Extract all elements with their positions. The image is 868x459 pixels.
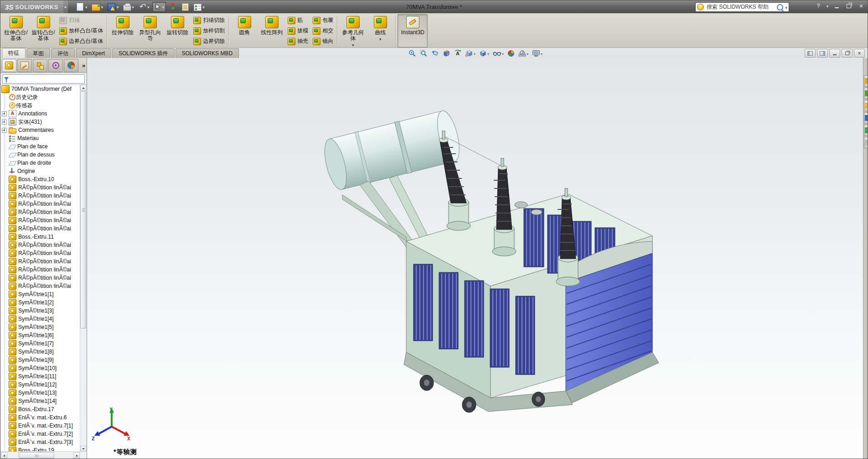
tree-item[interactable]: EnlÃ¨v. mat.-Extru.7[1]	[0, 422, 80, 430]
open-button[interactable]	[90, 2, 105, 12]
tree-item[interactable]: SymÃ©trie1[13]	[0, 389, 80, 397]
expand-toggle-icon[interactable]	[2, 128, 7, 133]
scrollbar-thumb[interactable]	[80, 91, 86, 329]
help-search-box[interactable]	[695, 2, 789, 12]
side-radiator-bank[interactable]	[566, 241, 659, 403]
tree-item[interactable]: SymÃ©trie1[8]	[0, 348, 80, 356]
edit-appearance-button[interactable]	[506, 49, 516, 57]
tree-filter-input[interactable]	[10, 76, 83, 82]
help-dropdown-icon[interactable]	[825, 2, 830, 10]
ribbon-small-button[interactable]: 扫描切除	[191, 15, 227, 26]
display-manager-tab[interactable]	[64, 59, 78, 72]
property-manager-tab[interactable]	[17, 59, 32, 72]
view-rotate-button[interactable]: A	[453, 49, 463, 57]
tree-item[interactable]: SymÃ©trie1[2]	[0, 298, 80, 307]
tree-item[interactable]: Origine	[0, 167, 80, 175]
expand-toggle-icon[interactable]	[2, 120, 7, 125]
tree-item[interactable]: Plan de face	[0, 142, 80, 151]
tree-item[interactable]: RÃ©pÃ©tition linÃ©ai	[0, 241, 80, 249]
configuration-manager-tab[interactable]	[33, 59, 47, 72]
tree-item[interactable]: RÃ©pÃ©tition linÃ©ai	[0, 200, 80, 208]
tree-item[interactable]: Plan de droite	[0, 159, 80, 167]
tree-vertical-scrollbar[interactable]	[80, 85, 87, 452]
ribbon-large-button[interactable]: 线性阵列	[258, 14, 285, 47]
tree-root-item[interactable]: 70MVA Transformer (Déf	[0, 85, 80, 93]
ribbon-small-button[interactable]: 扫描	[57, 15, 105, 26]
tree-item[interactable]: SymÃ©trie1[1]	[0, 290, 80, 298]
dropdown-arrow-icon[interactable]	[487, 50, 489, 57]
dropdown-arrow-icon[interactable]	[101, 4, 103, 10]
new-document-button[interactable]	[74, 2, 89, 12]
dropdown-arrow-icon[interactable]	[352, 42, 354, 48]
tree-item[interactable]: SymÃ©trie1[3]	[0, 307, 80, 315]
dropdown-arrow-icon[interactable]	[117, 4, 119, 10]
tree-item[interactable]: Boss.-Extru.10	[0, 175, 80, 183]
transformer-3d-model[interactable]	[87, 58, 864, 459]
tree-item[interactable]: SymÃ©trie1[11]	[0, 372, 80, 381]
ribbon-small-button[interactable]: 抽壳	[285, 36, 310, 47]
tree-item[interactable]: 历史记录	[0, 93, 80, 101]
tree-item[interactable]: RÃ©pÃ©tition linÃ©ai	[0, 183, 80, 192]
search-dropdown-icon[interactable]	[785, 4, 787, 10]
help-button[interactable]: ?	[813, 2, 824, 10]
expand-toggle-icon[interactable]	[2, 111, 7, 116]
ribbon-large-button[interactable]: 拉伸切除	[109, 14, 136, 47]
feature-manager-tab[interactable]	[2, 59, 16, 72]
scroll-up-arrow[interactable]	[80, 85, 86, 91]
dimxpert-manager-tab[interactable]	[48, 59, 63, 72]
task-pane-custom-props-tab[interactable]	[864, 137, 868, 148]
tree-item[interactable]: 实体(431)	[0, 118, 80, 126]
task-pane-strip[interactable]	[863, 58, 868, 459]
pane-split-right-button[interactable]	[817, 49, 828, 57]
hide-show-items-button[interactable]	[492, 49, 505, 57]
previous-view-button[interactable]	[430, 49, 440, 57]
dropdown-arrow-icon[interactable]	[202, 4, 205, 10]
tree-item[interactable]: EnlÃ¨v. mat.-Extru.7[2]	[0, 430, 80, 438]
command-tab[interactable]: DimXpert	[76, 48, 111, 58]
ribbon-small-button[interactable]: 放样切割	[191, 26, 227, 36]
selection-filter-button[interactable]	[167, 2, 178, 12]
command-tab[interactable]: 特征	[2, 48, 26, 58]
tree-item[interactable]: SymÃ©trie1[9]	[0, 356, 80, 364]
graphics-area[interactable]: Y X Z *等轴测	[87, 58, 864, 459]
tree-item[interactable]: SymÃ©trie1[14]	[0, 397, 80, 405]
ribbon-small-button[interactable]: 边界切除	[191, 36, 227, 47]
scrollbar-thumb[interactable]	[19, 452, 54, 459]
dropdown-arrow-icon[interactable]	[474, 50, 475, 57]
command-tab[interactable]: 草图	[26, 48, 50, 58]
instant3d-button[interactable]: Instant3D	[398, 14, 428, 47]
tree-item[interactable]: SymÃ©trie1[12]	[0, 381, 80, 389]
dropdown-arrow-icon[interactable]	[541, 50, 542, 57]
ribbon-small-button[interactable]: 放样凸台/基体	[57, 26, 105, 36]
dropdown-arrow-icon[interactable]	[527, 50, 528, 57]
tree-item[interactable]: Materiau	[0, 134, 80, 142]
dropdown-arrow-icon[interactable]	[502, 50, 504, 57]
tree-item[interactable]: Annotations	[0, 110, 80, 118]
zoom-to-fit-button[interactable]	[408, 49, 417, 57]
undo-button[interactable]	[137, 2, 151, 12]
tree-item[interactable]: EnlÃ¨v. mat.-Extru.6	[0, 413, 80, 422]
ribbon-small-button[interactable]: 包覆	[310, 15, 336, 26]
task-pane-file-explorer-tab[interactable]	[864, 100, 868, 111]
close-button[interactable]	[856, 2, 867, 10]
ribbon-large-button[interactable]: 拉伸凸台/基体	[2, 14, 30, 47]
ribbon-large-button[interactable]: 曲线	[367, 14, 394, 47]
ribbon-large-button[interactable]: 参考几何体	[339, 14, 367, 48]
doc-close-button[interactable]	[854, 49, 865, 57]
minimize-button[interactable]	[831, 2, 842, 10]
select-button[interactable]	[152, 2, 166, 12]
ribbon-small-button[interactable]: 筋	[285, 15, 310, 26]
tree-filter-box[interactable]	[2, 74, 85, 83]
ribbon-large-button[interactable]: 圆角	[231, 14, 258, 47]
tree-item[interactable]: RÃ©pÃ©tition linÃ©ai	[0, 216, 80, 224]
tree-item[interactable]: SymÃ©trie1[5]	[0, 323, 80, 331]
ribbon-large-button[interactable]: 旋转切除	[164, 14, 191, 47]
section-view-button[interactable]	[442, 49, 451, 57]
dropdown-arrow-icon[interactable]	[85, 4, 88, 10]
view-settings-button[interactable]	[531, 49, 543, 57]
dropdown-arrow-icon[interactable]	[379, 36, 382, 42]
tree-item[interactable]: Boss.-Extru.17	[0, 405, 80, 413]
task-pane-view-palette-tab[interactable]	[864, 112, 868, 124]
tree-item[interactable]: RÃ©pÃ©tition linÃ©ai	[0, 266, 80, 274]
tree-item[interactable]: Plan de dessus	[0, 151, 80, 159]
